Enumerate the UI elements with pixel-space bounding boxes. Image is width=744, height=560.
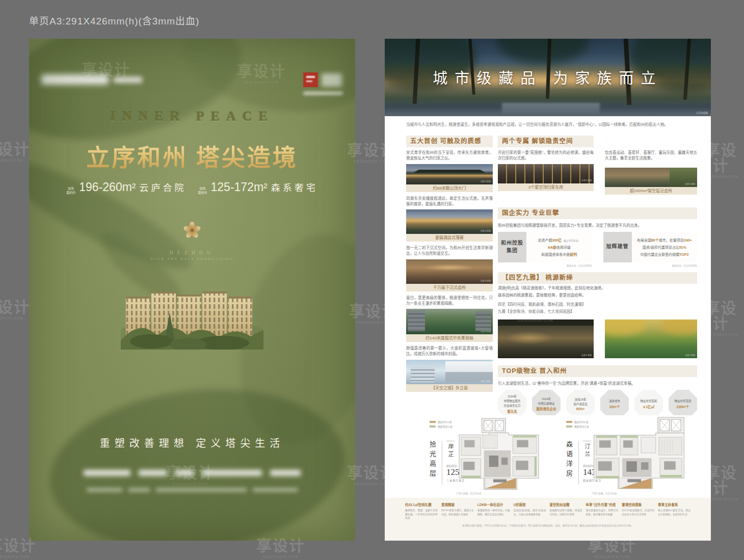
plan-feature: 尊享主卧套系独立衣帽间+套房卫浴，酒店式主卧体验，安放美好生活 bbox=[658, 502, 690, 520]
property-badge: 2024年中国物业服务企业综合实力第五名 bbox=[498, 390, 526, 418]
disclaimer: 本资料为要约邀请，不作为合同要约内容；户型图仅供参考，所示面积均为建筑面积，装修… bbox=[405, 523, 690, 527]
design-canvas: 单页A3:291X426mm(h)(含3mm出血) INNER PEACE 立序… bbox=[0, 0, 744, 560]
section-header-arts: 【四艺九雅】 桃源新绎 bbox=[498, 272, 697, 284]
legend-item: 赠送空间示意 bbox=[430, 420, 453, 423]
company-stats: 布局全国80个城市，在管项目240+ 国资/政府代建项目占比51% 中国代建企业… bbox=[632, 232, 698, 262]
feature-strip: 约33.1㎡空间礼赠瞰景阳台、飘窗、设备平台多重礼赠，一步到位尽享得房率惊喜宽境… bbox=[385, 498, 711, 541]
plan-feature: 约33.1㎡空间礼赠瞰景阳台、飘窗、设备平台多重礼赠，一步到位尽享得房率惊喜 bbox=[405, 502, 438, 520]
plan-note: 户型示意图，非交付标准 bbox=[592, 492, 617, 495]
photo-caption: 【天空之镜】外立面 bbox=[406, 384, 493, 392]
flyer-page: 城市级藏品 为家族而立 实景拍摄图 当城市与人文和鸣共生，桃源里诞生，多维思考建… bbox=[385, 39, 711, 541]
property-text: 引入龙湖智创生活，以“善待你一生”为品牌愿景，开启“满意+惊喜”的龙湖式幸福。 bbox=[498, 380, 697, 386]
subcol-exclusive: 两个专属 解锁隐贵空间 开启归家的第一重“氛围感”，奢宅修为的必修课，盛启每次归… bbox=[498, 136, 594, 198]
section-header-two-exclusives: 两个专属 解锁隐贵空间 bbox=[498, 136, 594, 147]
poster-page: INNER PEACE 立序和州 塔尖造境 建筑面积约 196-260m² 云庐… bbox=[29, 39, 355, 541]
legend-item: 飘窗/阳台示意 bbox=[566, 425, 589, 428]
plan-feature: 宽境精装约3.6m宽景大横厅，奢阔方正尺度，悦享通透大宅体验 bbox=[441, 502, 474, 520]
block-text: 同源东京安缦度假酒店，高定生活仪式感，无声落客的尊崇，星级礼遇的归家。 bbox=[406, 196, 493, 207]
watermark: 享设计DESIGN006.COM bbox=[0, 300, 30, 320]
company-stats: 总资产超300亿（截止2023年末） AA级信用评级 和县国资体系中居前列 bbox=[526, 232, 592, 262]
photo-caption: 星级酒店式落客 bbox=[406, 234, 493, 242]
photo-caption: 超2000m²架空层泛会所 bbox=[605, 187, 697, 195]
company-name: 旭辉建管 bbox=[603, 232, 632, 262]
plan-name: 汀兰 bbox=[583, 441, 591, 461]
arts-text: 四艺【四时闲庭、雅韵森境、雅林石园、时光漫境】 bbox=[498, 302, 697, 308]
property-badge: 连续16年客户满意度90%+ bbox=[566, 390, 595, 418]
plan-feature: 纵享“日升月落”光线南向宽幕采光设计，四季日光盈室，晨光暮色皆可收藏 bbox=[586, 502, 618, 520]
plan-name: 岸芷 bbox=[446, 441, 455, 461]
photo-gate: 效果示意图 bbox=[406, 164, 493, 184]
section-header-five-firsts: 五大首创 可触及的质感 bbox=[406, 136, 493, 147]
photo-landscape-axis: 效果示意图 bbox=[406, 309, 493, 334]
arts-text: 溯源[明]仇英《桃花源图卷》，千年桃源理想，此刻在地化演绎。 bbox=[498, 285, 697, 291]
photo-sunken-club: 效果示意图 bbox=[406, 259, 493, 284]
page-size-label: 单页A3:291X426mm(h)(含3mm出血) bbox=[29, 13, 199, 27]
photo-sky-club: 效果示意图 bbox=[605, 168, 697, 187]
intro-paragraph: 当城市与人文和鸣共生，桃源里诞生，多维思考建筑观和产品观，让一切空间与服务资源为… bbox=[406, 121, 697, 127]
watermark: 享设计DESIGN006.COM bbox=[0, 142, 30, 162]
floor-plan-drawing-143 bbox=[591, 416, 690, 495]
column-five-firsts: 五大首创 可触及的质感 宋式美学在和州的当下呈现，传承东方建筑审美，营造恢弘大气… bbox=[406, 136, 493, 395]
photo-caption: 3个星空顶归家车库 bbox=[498, 183, 594, 191]
block-text: 开启归家的第一重“氛围感”，奢宅修为的必修课，盛启每次归家的仪式感。 bbox=[498, 150, 594, 162]
legend-item: 飘窗/阳台示意 bbox=[430, 425, 453, 428]
photo-caption: 约88米歇山顶大门 bbox=[406, 184, 493, 192]
plan-series: 拾光高层 bbox=[428, 441, 437, 485]
hero-photo: 城市级藏品 为家族而立 实景拍摄图 bbox=[385, 39, 711, 116]
photo-caption: 约140米度假式中央景观轴 bbox=[406, 334, 493, 342]
section-header-soe: 国企实力 专业巨擘 bbox=[498, 207, 697, 219]
photo-note: 实景拍摄图 bbox=[697, 111, 708, 114]
cifi-box: 旭辉建管 布局全国80个城市，在管项目240+ 国资/政府代建项目占比51% 中… bbox=[603, 232, 698, 262]
property-badge: 物业在管项目2200+个 bbox=[669, 390, 697, 418]
plan-feature: U形厨房高效洄游动线，操作台面加长，下厨从容收纳更充裕 bbox=[514, 502, 546, 520]
plan-legend: 赠送空间示意飘窗/阳台示意 bbox=[430, 420, 453, 428]
watermark: 享设计DESIGN006.COM bbox=[0, 538, 36, 558]
hezhou-holding-box: 和州控股集团 总资产超300亿（截止2023年末） AA级信用评级 和县国资体系… bbox=[498, 232, 592, 262]
watermark: 享设计DESIGN006.COM bbox=[256, 538, 305, 558]
block-text: 颜值是改善的第一要义，大面积蓝透玻璃+大窗墙比，成就历久弥新的城市封面。 bbox=[406, 345, 493, 357]
plan-feature: 奢境空间想象约3.1m层高想象力，百变空间自由定义多元生活场景 bbox=[622, 502, 654, 520]
subcol-clubhouse: 包含荟运动、荟茗轩、荟客厅、童玩乐园、童趣天地五大主题，集萃全龄生活图景。 效果… bbox=[605, 136, 697, 198]
flyer-hero-title: 城市级藏品 为家族而立 bbox=[385, 66, 711, 88]
block-text: 留白，是更高级的奢侈，桃源里牺牲一列住宅，只为一条业主漫步的景观绿廊。 bbox=[406, 295, 493, 307]
data-source-notes: 数据来源：企业官网资料 数据来源：企业官网资料 bbox=[498, 264, 697, 267]
photo-caption: 千万级下沉式会所 bbox=[406, 284, 493, 291]
arts-text: 九雅【全龄聚场、体能训练、七大宅间花园】 bbox=[498, 309, 697, 315]
section-header-property: TOP级物业 首入和州 bbox=[498, 365, 697, 377]
property-badges: 2024年中国物业服务企业综合实力第五名2024年中国信赖物业服务领先企业连续1… bbox=[498, 390, 697, 418]
floor-plan-drawing-125 bbox=[455, 417, 543, 495]
photo-pavilion: 效果示意图 bbox=[498, 319, 594, 358]
plan-series: 森语洋房 bbox=[564, 441, 574, 485]
block-text: 独一无二的下沉式空间，为和州开创生活美学新理念，让人与自然和谐交互。 bbox=[406, 245, 493, 257]
photo-facade: 效果示意图 bbox=[406, 360, 493, 384]
company-name: 和州控股集团 bbox=[498, 232, 526, 262]
plan-note: 户型示意图，非交付标准 bbox=[456, 492, 482, 495]
feature-columns: 约33.1㎡空间礼赠瞰景阳台、飘窗、设备平台多重礼赠，一步到位尽享得房率惊喜宽境… bbox=[405, 502, 690, 520]
block-text: 包含荟运动、荟茗轩、荟客厅、童玩乐园、童趣天地五大主题，集萃全龄生活图景。 bbox=[605, 150, 697, 162]
arts-text: 森系园林的桃源景观，是致敬经典，更是创造经典。 bbox=[498, 292, 697, 299]
legend-item: 赠送空间示意 bbox=[566, 420, 589, 423]
plan-feature: LDKB一体化设计客餐厨阳台一体化布局，打破隔断，家的交流自在随心 bbox=[477, 502, 510, 520]
plan-legend: 赠送空间示意飘窗/阳台示意 bbox=[566, 420, 589, 428]
vignette bbox=[29, 39, 355, 541]
watermark: 享设计DESIGN006.COM bbox=[588, 538, 636, 558]
soe-text: 和州控股集团与旭辉建管联袂开发，国资实力+专业背景，决定了桃源里不凡的出身。 bbox=[498, 222, 697, 228]
property-badge: 2024年中国信赖物业服务领先企业 bbox=[532, 390, 561, 418]
column-right-area: 两个专属 解锁隐贵空间 开启归家的第一重“氛围感”，奢宅修为的必修课，盛启每次归… bbox=[498, 136, 697, 423]
block-text: 宋式美学在和州的当下呈现，传承东方建筑审美，营造恢弘大气的归家之仪。 bbox=[406, 150, 493, 162]
tree-canopy bbox=[497, 39, 589, 64]
photo-garage: 效果示意图 bbox=[498, 164, 594, 183]
plan-feature: 星空阳台加赠拓展家的边界与想象，多面采光环绕，尽揽空中景观 bbox=[550, 502, 582, 520]
photo-garden: 效果示意图 bbox=[605, 319, 697, 358]
property-badge: 物业在管面积4.1亿㎡ bbox=[634, 390, 663, 418]
property-badge: 进驻城市100+个 bbox=[600, 390, 629, 418]
stone-path bbox=[502, 103, 600, 116]
photo-hotel-dropoff: 效果示意图 bbox=[406, 209, 493, 234]
floor-plan-section: 赠送空间示意飘窗/阳台示意 拾光高层 岸芷 建筑面积约 125㎡ 三室两厅两卫 bbox=[385, 415, 711, 541]
